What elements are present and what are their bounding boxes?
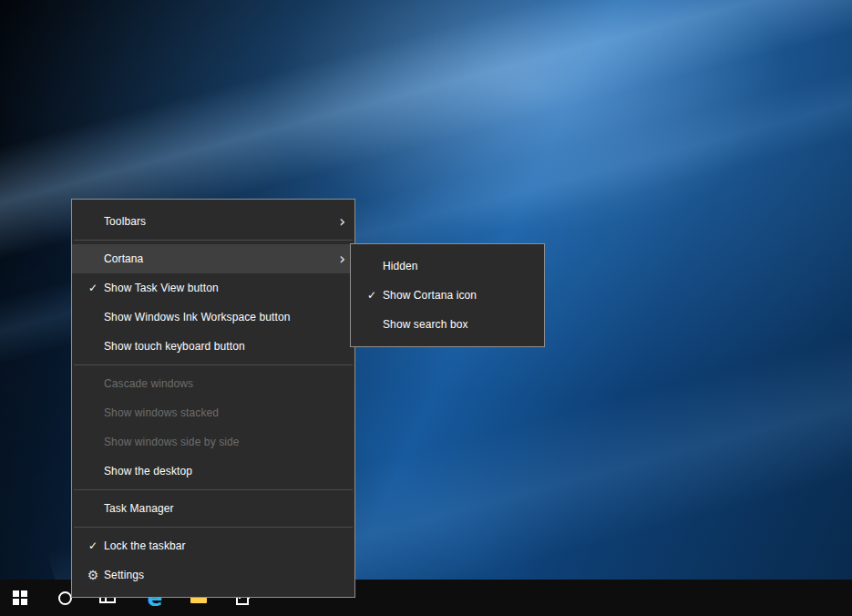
- start-icon: [13, 590, 27, 605]
- menu-item-settings[interactable]: ⚙ Settings: [72, 560, 354, 590]
- submenu-item-hidden[interactable]: Hidden: [351, 252, 544, 281]
- cortana-circle-icon: [58, 591, 72, 605]
- menu-item-label: Show Cortana icon: [383, 289, 477, 302]
- menu-separator: [74, 489, 353, 490]
- menu-item-show-the-desktop[interactable]: Show the desktop: [72, 457, 354, 486]
- menu-separator: [74, 240, 353, 241]
- menu-item-cascade-windows: Cascade windows: [72, 369, 354, 398]
- checkmark-icon: ✓: [84, 539, 102, 552]
- menu-item-label: Show Task View button: [104, 282, 219, 294]
- menu-item-label: Show windows side by side: [104, 436, 240, 448]
- menu-item-show-touch-keyboard-button[interactable]: Show touch keyboard button: [72, 332, 354, 361]
- chevron-right-icon: ›: [339, 252, 345, 267]
- submenu-item-show-cortana-icon[interactable]: ✓ Show Cortana icon: [351, 281, 544, 310]
- menu-item-lock-the-taskbar[interactable]: ✓ Lock the taskbar: [72, 531, 354, 560]
- checkmark-icon: ✓: [363, 289, 381, 302]
- menu-item-show-windows-side-by-side: Show windows side by side: [72, 427, 354, 457]
- menu-item-label: Hidden: [383, 260, 418, 272]
- menu-item-toolbars[interactable]: Toolbars ›: [72, 207, 354, 236]
- menu-item-label: Toolbars: [104, 215, 146, 228]
- menu-separator: [74, 527, 353, 528]
- menu-item-label: Show windows stacked: [104, 406, 219, 419]
- menu-item-cortana[interactable]: Cortana ›: [72, 244, 354, 273]
- menu-item-label: Lock the taskbar: [104, 539, 186, 552]
- gear-icon: ⚙: [84, 568, 102, 582]
- menu-item-label: Show the desktop: [104, 465, 192, 477]
- menu-item-label: Settings: [104, 569, 144, 581]
- taskbar-context-menu: Toolbars › Cortana › ✓ Show Task View bu…: [71, 199, 355, 598]
- menu-separator: [74, 364, 353, 365]
- menu-item-label: Show search box: [383, 318, 468, 331]
- menu-item-label: Cascade windows: [104, 377, 193, 390]
- cortana-submenu: Hidden ✓ Show Cortana icon Show search b…: [350, 243, 545, 347]
- menu-item-label: Cortana: [104, 252, 143, 265]
- menu-item-show-windows-stacked: Show windows stacked: [72, 398, 354, 427]
- checkmark-icon: ✓: [84, 282, 102, 294]
- menu-item-show-windows-ink-workspace-button[interactable]: Show Windows Ink Workspace button: [72, 303, 354, 332]
- menu-item-label: Show touch keyboard button: [104, 340, 245, 353]
- chevron-right-icon: ›: [339, 214, 345, 230]
- menu-item-show-task-view-button[interactable]: ✓ Show Task View button: [72, 273, 354, 303]
- menu-item-label: Show Windows Ink Workspace button: [104, 311, 291, 323]
- submenu-item-show-search-box[interactable]: Show search box: [351, 310, 544, 339]
- menu-item-task-manager[interactable]: Task Manager: [72, 494, 354, 523]
- start-button[interactable]: [0, 580, 40, 616]
- menu-item-label: Task Manager: [104, 502, 174, 515]
